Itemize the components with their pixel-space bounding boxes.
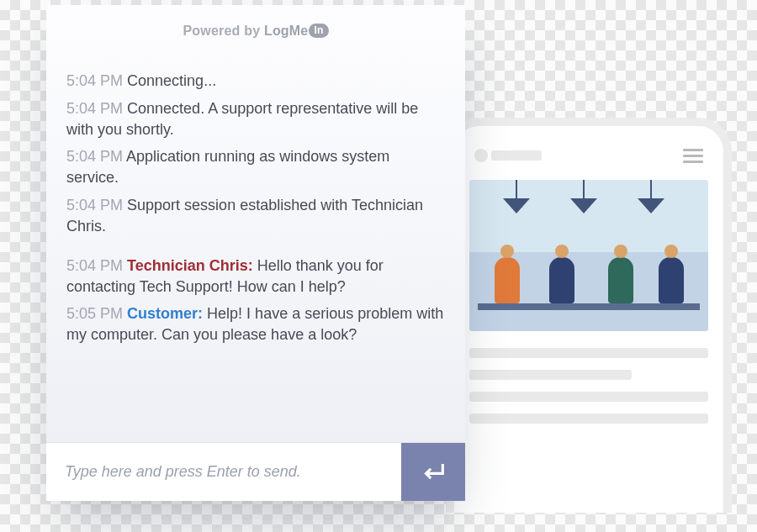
- chat-sender-technician: Technician Chris:: [127, 257, 253, 274]
- chat-timestamp: 5:04 PM: [66, 72, 123, 89]
- chat-system-message: 5:04 PM Connecting...: [66, 71, 445, 92]
- chat-system-message: 5:04 PM Support session established with…: [66, 195, 445, 237]
- chat-input[interactable]: [46, 443, 401, 501]
- device-frame: [446, 118, 732, 513]
- chat-timestamp: 5:04 PM: [66, 197, 123, 213]
- chat-panel: Powered by LogMeIn 5:04 PM Connecting...…: [46, 5, 465, 501]
- powered-by-label: Powered by LogMeIn: [46, 5, 465, 64]
- chat-system-message: 5:04 PM Application running as windows s…: [66, 146, 445, 188]
- chat-message-text: Connecting...: [127, 72, 216, 89]
- device-header: [469, 141, 708, 170]
- chat-system-message: 5:04 PM Connected. A support representat…: [66, 98, 445, 140]
- hamburger-icon[interactable]: [683, 149, 703, 163]
- chat-timestamp: 5:04 PM: [66, 100, 123, 117]
- enter-icon: [419, 458, 447, 487]
- brand-placeholder-bar: [491, 150, 542, 161]
- brand-logo-pill: In: [309, 24, 328, 38]
- device-screen: [469, 141, 708, 513]
- hero-illustration: [469, 180, 708, 331]
- chat-message: 5:04 PM Technician Chris: Hello thank yo…: [66, 255, 445, 298]
- chat-message: 5:05 PM Customer: Help! I have a serious…: [66, 303, 445, 345]
- brand-logo-text: LogMe: [264, 24, 309, 38]
- send-button[interactable]: [401, 443, 465, 501]
- brand-placeholder-dot: [474, 149, 488, 162]
- skeleton-text: [469, 348, 708, 424]
- chat-input-row: [46, 442, 465, 501]
- chat-timestamp: 5:04 PM: [66, 257, 123, 274]
- chat-gap: [66, 244, 445, 255]
- chat-timestamp: 5:04 PM: [66, 148, 123, 165]
- chat-sender-customer: Customer:: [127, 305, 203, 322]
- powered-by-prefix: Powered by: [183, 24, 263, 38]
- chat-timestamp: 5:05 PM: [66, 305, 123, 322]
- chat-message-text: Help! I have a serious problem with my c…: [66, 305, 443, 343]
- chat-log: 5:04 PM Connecting...5:04 PM Connected. …: [46, 64, 465, 442]
